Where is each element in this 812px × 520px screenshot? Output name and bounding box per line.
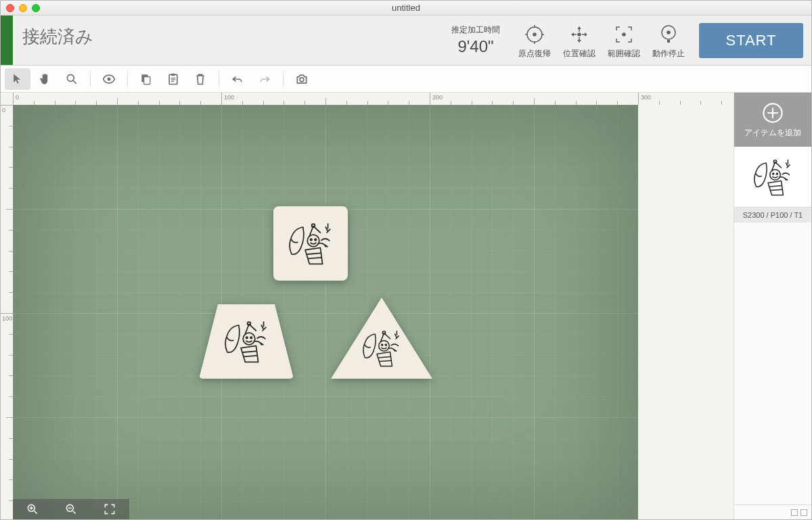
header: 接続済み 推定加工時間 9'40" 原点復帰 位置確認 範囲確認 動作停止 ST… bbox=[1, 16, 811, 66]
canvas-area[interactable]: 0 100 200 300 0 100 bbox=[1, 93, 734, 519]
stop-button[interactable]: 動作停止 bbox=[646, 16, 691, 65]
workbed[interactable] bbox=[13, 105, 638, 519]
pointer-icon bbox=[11, 72, 24, 86]
undo-icon bbox=[231, 72, 244, 86]
maximize-window-button[interactable] bbox=[32, 4, 40, 12]
magnifier-icon bbox=[65, 72, 78, 86]
connection-indicator bbox=[1, 16, 13, 65]
start-button[interactable]: START bbox=[699, 23, 803, 58]
origin-icon bbox=[524, 24, 545, 45]
estimated-time-value: 9'40" bbox=[457, 37, 493, 56]
view-mode-list-icon[interactable] bbox=[800, 509, 807, 516]
estimated-time-label: 推定加工時間 bbox=[451, 24, 500, 36]
right-panel-footer bbox=[734, 504, 811, 519]
view-mode-grid-icon[interactable] bbox=[791, 509, 798, 516]
camera-button[interactable] bbox=[289, 68, 315, 90]
connection-status: 接続済み bbox=[13, 16, 107, 65]
svg-point-7 bbox=[108, 77, 111, 80]
workpiece-square[interactable] bbox=[273, 206, 348, 281]
eye-icon bbox=[102, 72, 116, 86]
engraving-design bbox=[284, 216, 338, 270]
fit-screen-icon[interactable] bbox=[103, 502, 116, 516]
item-thumbnail[interactable] bbox=[734, 147, 811, 208]
minimize-window-button[interactable] bbox=[19, 4, 27, 12]
hand-icon bbox=[38, 72, 51, 86]
svg-point-5 bbox=[667, 31, 670, 34]
svg-point-3 bbox=[623, 33, 625, 36]
trash-icon bbox=[194, 72, 207, 86]
zoom-out-icon[interactable] bbox=[64, 502, 78, 516]
ruler-corner bbox=[1, 93, 13, 105]
svg-point-6 bbox=[67, 74, 74, 81]
clipboard-icon bbox=[166, 72, 180, 86]
zoom-controls bbox=[13, 499, 129, 519]
select-tool[interactable] bbox=[5, 68, 30, 90]
estimated-time: 推定加工時間 9'40" bbox=[439, 16, 512, 65]
zoom-in-icon[interactable] bbox=[26, 502, 39, 516]
engraving-design bbox=[219, 314, 273, 369]
window-title: untitled bbox=[1, 3, 811, 13]
right-panel: アイテムを追加 S2300 / P100 / T1 bbox=[734, 93, 811, 519]
add-item-button[interactable]: アイテムを追加 bbox=[734, 93, 811, 147]
titlebar: untitled bbox=[1, 1, 811, 16]
workpiece-triangle[interactable] bbox=[331, 298, 432, 379]
copy-button[interactable] bbox=[133, 68, 159, 90]
ruler-horizontal: 0 100 200 300 bbox=[13, 93, 734, 105]
range-icon bbox=[613, 24, 635, 45]
canvas[interactable] bbox=[13, 105, 734, 519]
position-icon bbox=[568, 24, 590, 45]
range-check-button[interactable]: 範囲確認 bbox=[602, 16, 646, 65]
position-check-button[interactable]: 位置確認 bbox=[557, 16, 602, 65]
thumbnail-artwork bbox=[746, 153, 800, 201]
engraving-design bbox=[358, 325, 405, 372]
undo-button[interactable] bbox=[225, 68, 250, 90]
ruler-vertical: 0 100 bbox=[1, 105, 13, 519]
toolbar bbox=[1, 66, 811, 93]
copy-icon bbox=[139, 72, 153, 86]
stop-icon bbox=[658, 24, 679, 45]
origin-return-button[interactable]: 原点復帰 bbox=[512, 16, 557, 65]
close-window-button[interactable] bbox=[6, 4, 14, 12]
workpiece-trapezoid[interactable] bbox=[199, 304, 294, 379]
svg-rect-9 bbox=[144, 76, 150, 84]
delete-button[interactable] bbox=[187, 68, 213, 90]
camera-icon bbox=[295, 72, 309, 86]
pan-tool[interactable] bbox=[32, 68, 58, 90]
redo-icon bbox=[258, 72, 271, 86]
visibility-toggle[interactable] bbox=[96, 68, 122, 90]
svg-rect-11 bbox=[172, 73, 175, 75]
paste-button[interactable] bbox=[160, 68, 186, 90]
svg-point-12 bbox=[300, 77, 304, 81]
item-parameters: S2300 / P100 / T1 bbox=[734, 208, 811, 222]
zoom-tool[interactable] bbox=[59, 68, 85, 90]
svg-point-1 bbox=[533, 33, 536, 36]
svg-point-2 bbox=[578, 33, 581, 36]
plus-circle-icon bbox=[761, 101, 784, 124]
redo-button[interactable] bbox=[252, 68, 277, 90]
